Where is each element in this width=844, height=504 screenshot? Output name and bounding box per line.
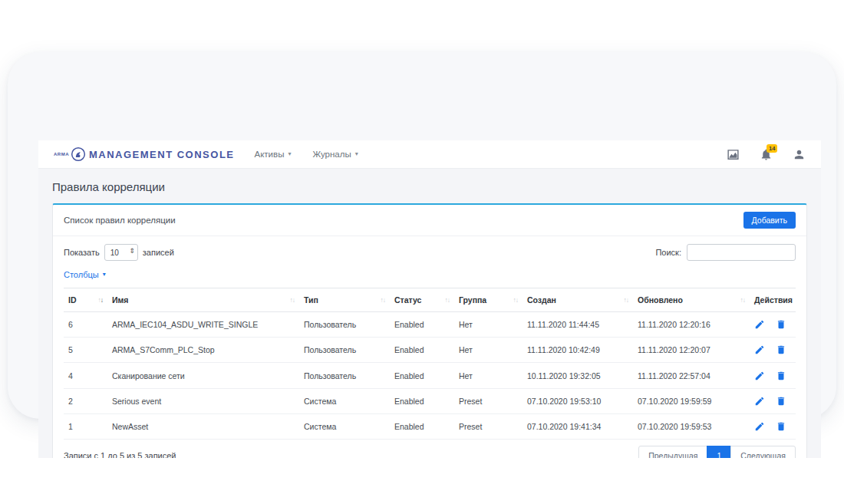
sort-icon[interactable]: ↑↓ <box>513 296 519 304</box>
edit-pencil-icon[interactable] <box>754 396 765 407</box>
table-header-row: ID↑↓ Имя↑↓ Тип↑↓ Статус↑↓ Группа↑↓ Созда… <box>64 288 796 312</box>
edit-pencil-icon[interactable] <box>754 421 765 432</box>
cell-actions <box>750 312 796 338</box>
edit-pencil-icon[interactable] <box>754 319 765 330</box>
card-body: Показать 10 ⇕ записей Поиск: <box>53 236 806 458</box>
cell-created: 11.11.2020 11:44:45 <box>523 312 633 338</box>
rules-table: ID↑↓ Имя↑↓ Тип↑↓ Статус↑↓ Группа↑↓ Созда… <box>64 288 796 440</box>
delete-trash-icon[interactable] <box>776 344 786 355</box>
notifications-bell-icon[interactable]: 14 <box>760 148 773 161</box>
cell-updated: 07.10.2020 19:59:59 <box>633 388 750 413</box>
cell-id: 6 <box>64 312 107 338</box>
card-title: Список правил корреляции <box>64 216 176 225</box>
records-label: записей <box>143 248 174 257</box>
delete-trash-icon[interactable] <box>776 319 786 330</box>
delete-trash-icon[interactable] <box>776 421 786 432</box>
edit-pencil-icon[interactable] <box>754 371 765 381</box>
cell-actions <box>750 413 796 439</box>
pagination-next-button[interactable]: Следующая <box>730 446 796 458</box>
table-row: 6 ARMA_IEC104_ASDU_WRITE_SINGLE Пользова… <box>64 312 796 338</box>
management-console-app: ARMA MANAGEMENT CONSOLE Активы ▾ Журналы… <box>38 140 821 458</box>
show-label: Показать <box>64 248 100 257</box>
sort-icon[interactable]: ↑↓ <box>624 296 629 304</box>
cell-id: 5 <box>64 338 107 363</box>
correlation-rules-card: Список правил корреляции Добавить Показа… <box>52 203 807 458</box>
cell-status: Enabled <box>390 388 454 413</box>
cell-created: 07.10.2020 19:53:10 <box>523 388 633 413</box>
brand-prefix: ARMA <box>54 152 69 156</box>
sort-icon[interactable]: ↑↓ <box>98 296 104 304</box>
cell-type: Пользователь <box>299 312 390 338</box>
cell-id: 4 <box>64 363 107 388</box>
pagination-prev-button[interactable]: Предыдущая <box>638 446 707 458</box>
cell-name: NewAsset <box>107 413 299 439</box>
page-size-select-wrap: 10 ⇕ <box>104 244 138 261</box>
page-content: Правила корреляции Список правил корреля… <box>38 169 821 458</box>
nav-menu-logs[interactable]: Журналы ▾ <box>312 150 358 159</box>
delete-trash-icon[interactable] <box>776 371 786 381</box>
cell-type: Пользователь <box>299 338 390 363</box>
cell-created: 11.11.2020 10:42:49 <box>523 338 633 363</box>
table-row: 4 Сканирование сети Пользователь Enabled… <box>64 363 796 388</box>
top-navbar: ARMA MANAGEMENT CONSOLE Активы ▾ Журналы… <box>38 140 821 169</box>
user-profile-icon[interactable] <box>793 148 806 161</box>
app-window: ARMA MANAGEMENT CONSOLE Активы ▾ Журналы… <box>8 52 836 419</box>
column-header-status[interactable]: Статус↑↓ <box>390 288 454 312</box>
cell-created: 10.11.2020 19:32:05 <box>523 363 633 388</box>
cell-group: Нет <box>454 338 523 363</box>
chevron-down-icon: ▾ <box>288 151 291 157</box>
cell-status: Enabled <box>390 338 454 363</box>
cell-actions <box>750 388 796 413</box>
card-header: Список правил корреляции Добавить <box>53 205 806 236</box>
delete-trash-icon[interactable] <box>776 396 786 407</box>
column-header-name[interactable]: Имя↑↓ <box>107 288 299 312</box>
search-input[interactable] <box>687 244 796 261</box>
page-title: Правила корреляции <box>52 180 807 193</box>
cell-status: Enabled <box>390 312 454 338</box>
helmet-logo-icon <box>71 147 86 162</box>
brand-title: MANAGEMENT CONSOLE <box>89 149 235 160</box>
page-size-select[interactable]: 10 <box>104 244 138 261</box>
columns-label: Столбцы <box>64 270 99 279</box>
column-header-group[interactable]: Группа↑↓ <box>454 288 523 312</box>
cell-updated: 11.11.2020 12:20:16 <box>633 312 750 338</box>
columns-dropdown-button[interactable]: Столбцы ▾ <box>64 270 106 279</box>
cell-name: Сканирование сети <box>107 363 299 388</box>
cell-group: Нет <box>454 363 523 388</box>
table-row: 5 ARMA_S7Comm_PLC_Stop Пользователь Enab… <box>64 338 796 363</box>
brand-logo-link[interactable]: ARMA MANAGEMENT CONSOLE <box>54 147 235 162</box>
search-group: Поиск: <box>655 244 796 261</box>
pagination-page-1-button[interactable]: 1 <box>707 446 731 458</box>
chevron-down-icon: ▾ <box>355 151 358 157</box>
column-header-id[interactable]: ID↑↓ <box>64 288 107 312</box>
navbar-right: 14 <box>727 148 806 161</box>
column-header-type[interactable]: Тип↑↓ <box>299 288 390 312</box>
column-header-updated[interactable]: Обновлено↑↓ <box>633 288 750 312</box>
sort-icon[interactable]: ↑↓ <box>381 296 386 304</box>
sort-icon[interactable]: ↑↓ <box>445 296 450 304</box>
edit-pencil-icon[interactable] <box>754 344 765 355</box>
cell-status: Enabled <box>390 363 454 388</box>
page-size-group: Показать 10 ⇕ записей <box>64 244 174 261</box>
cell-type: Система <box>299 413 390 439</box>
cell-id: 2 <box>64 388 107 413</box>
cell-group: Preset <box>454 413 523 439</box>
reports-chart-icon[interactable] <box>727 148 740 161</box>
cell-actions <box>750 363 796 388</box>
search-label: Поиск: <box>655 248 681 257</box>
cell-updated: 07.10.2020 19:59:53 <box>633 413 750 439</box>
nav-menus: Активы ▾ Журналы ▾ <box>255 150 358 159</box>
column-header-created[interactable]: Создан↑↓ <box>523 288 633 312</box>
sort-icon[interactable]: ↑↓ <box>290 296 295 304</box>
cell-updated: 11.11.2020 22:57:04 <box>633 363 750 388</box>
sort-icon[interactable]: ↑↓ <box>740 296 746 304</box>
cell-actions <box>750 338 796 363</box>
add-rule-button[interactable]: Добавить <box>743 212 796 229</box>
table-row: 1 NewAsset Система Enabled Preset 07.10.… <box>64 413 796 439</box>
nav-menu-assets[interactable]: Активы ▾ <box>255 150 292 159</box>
cell-created: 07.10.2020 19:41:34 <box>523 413 633 439</box>
cell-id: 1 <box>64 413 107 439</box>
column-header-actions: Действия <box>750 288 796 312</box>
cell-group: Preset <box>454 388 523 413</box>
cell-updated: 11.11.2020 12:20:07 <box>633 338 750 363</box>
